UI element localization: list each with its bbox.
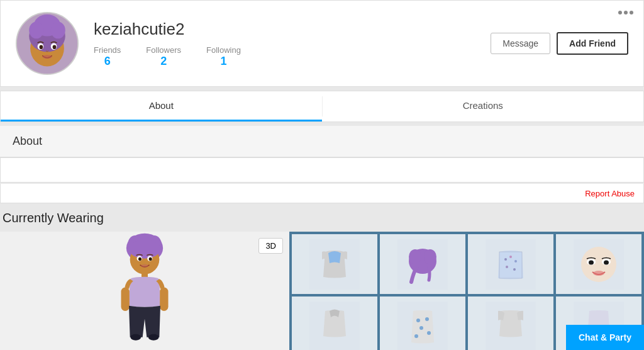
tabs-bar: About Creations	[0, 91, 644, 122]
svg-point-19	[149, 257, 152, 261]
add-friend-button[interactable]: Add Friend	[557, 32, 628, 55]
svg-point-24	[131, 334, 142, 341]
item-cell-4[interactable]	[556, 234, 641, 294]
svg-point-25	[148, 334, 159, 341]
svg-point-35	[514, 260, 517, 262]
profile-info: keziahcutie2 Friends 6 Followers 2 Follo…	[94, 20, 491, 68]
followers-value: 2	[146, 55, 181, 68]
btn-3d[interactable]: 3D	[258, 238, 283, 254]
tab-creations[interactable]: Creations	[323, 91, 644, 121]
item-cell-6[interactable]	[380, 296, 465, 350]
svg-point-37	[513, 268, 516, 271]
username: keziahcutie2	[94, 20, 491, 39]
avatar	[16, 12, 79, 75]
svg-point-8	[40, 45, 43, 49]
wearing-content: 3D	[0, 232, 644, 350]
svg-point-39	[581, 247, 616, 282]
followers-stat: Followers 2	[146, 45, 181, 68]
tab-about[interactable]: About	[1, 91, 322, 121]
message-button[interactable]: Message	[491, 33, 550, 54]
report-abuse-bar: Report Abuse	[0, 184, 644, 203]
about-section: About	[0, 126, 644, 157]
item-cell-1[interactable]	[292, 234, 377, 294]
item-cell-7[interactable]	[468, 296, 553, 350]
profile-actions: Message Add Friend	[491, 32, 628, 55]
svg-point-15	[129, 240, 160, 259]
profile-stats: Friends 6 Followers 2 Following 1	[94, 45, 491, 68]
chat-party-button[interactable]: Chat & Party	[566, 325, 644, 350]
report-abuse-link[interactable]: Report Abuse	[585, 189, 635, 198]
svg-point-10	[42, 55, 52, 59]
about-content-area	[0, 157, 644, 183]
svg-point-44	[593, 271, 604, 276]
svg-point-47	[416, 319, 420, 322]
following-label: Following	[206, 45, 241, 55]
svg-rect-22	[121, 288, 130, 312]
svg-rect-23	[160, 288, 168, 312]
svg-point-43	[604, 260, 609, 264]
svg-point-20	[141, 264, 148, 268]
wearing-section: Currently Wearing 3D	[0, 203, 644, 350]
item-cell-2[interactable]	[380, 234, 465, 294]
friends-label: Friends	[94, 45, 121, 55]
about-title: About	[13, 135, 42, 147]
following-stat: Following 1	[206, 45, 241, 68]
svg-point-51	[414, 334, 418, 338]
svg-point-49	[419, 326, 423, 330]
more-menu-button[interactable]	[618, 11, 633, 14]
more-dot-1	[618, 11, 622, 14]
svg-point-29	[409, 249, 421, 264]
svg-point-4	[29, 21, 43, 38]
avatar-3d-container: 3D	[0, 232, 289, 350]
svg-point-36	[506, 266, 508, 268]
more-dot-3	[630, 11, 633, 14]
following-value: 1	[206, 55, 241, 68]
svg-point-30	[424, 249, 436, 264]
svg-point-33	[504, 258, 507, 261]
profile-card: keziahcutie2 Friends 6 Followers 2 Follo…	[0, 0, 644, 87]
item-cell-5[interactable]	[292, 296, 377, 350]
svg-point-5	[51, 21, 65, 38]
friends-stat: Friends 6	[94, 45, 121, 68]
followers-label: Followers	[146, 45, 181, 55]
more-dot-2	[624, 11, 628, 14]
item-cell-3[interactable]	[468, 234, 553, 294]
svg-point-9	[53, 45, 57, 49]
svg-point-18	[138, 257, 142, 261]
svg-point-34	[509, 256, 512, 258]
svg-point-48	[425, 317, 429, 321]
svg-point-50	[427, 331, 431, 335]
wearing-title: Currently Wearing	[0, 211, 644, 232]
friends-value: 6	[94, 55, 121, 68]
svg-point-42	[589, 260, 594, 264]
